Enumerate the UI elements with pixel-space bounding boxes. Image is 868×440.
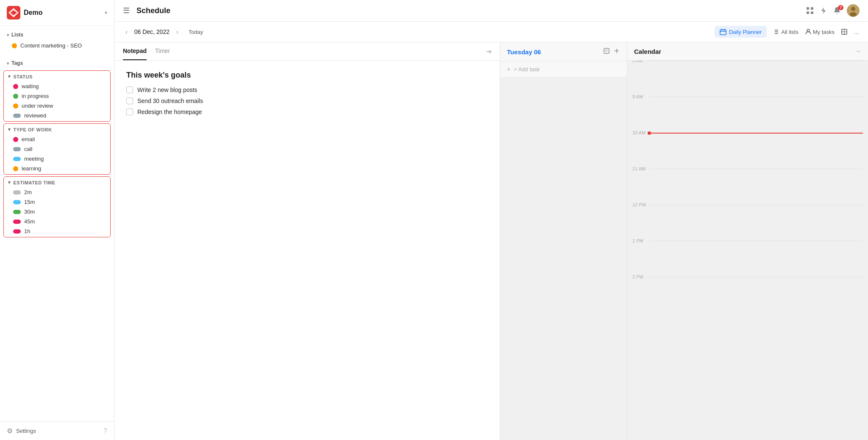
datebar-right: Daily Planner All lists My tasks	[715, 26, 860, 38]
app-name: Demo	[24, 9, 101, 17]
waiting-dot	[13, 84, 18, 89]
svg-marker-7	[821, 7, 826, 14]
all-lists-label: All lists	[781, 29, 798, 35]
45m-dot	[13, 220, 21, 224]
under-review-label: under review	[22, 103, 53, 109]
status-group-label: STATUS	[14, 74, 33, 79]
main-content: ☰ Schedule 7	[114, 0, 868, 440]
goal-item-3: Redesign the homepage	[126, 109, 488, 115]
prev-date-button[interactable]: ‹	[123, 28, 130, 36]
tuesday-title: Tuesday 06	[507, 48, 541, 56]
status-chevron: ▾	[8, 74, 11, 79]
grid-icon-button[interactable]	[806, 7, 814, 14]
sidebar-item-call[interactable]: call	[4, 144, 110, 154]
goal-checkbox-1[interactable]	[126, 86, 133, 93]
sidebar-item-1h[interactable]: 1h	[4, 226, 110, 236]
sidebar-bottom[interactable]: ⚙ Settings ?	[0, 421, 114, 440]
estimated-time-group-header[interactable]: ▾ ESTIMATED TIME	[4, 178, 110, 187]
all-lists-button[interactable]: All lists	[773, 29, 798, 35]
svg-point-9	[851, 7, 855, 11]
goal-checkbox-3[interactable]	[126, 109, 133, 115]
time-label-8am: 8 AM	[632, 61, 649, 63]
sidebar-item-in-progress[interactable]: in progress	[4, 91, 110, 101]
sidebar-item-meeting[interactable]: meeting	[4, 154, 110, 164]
45m-label: 45m	[24, 218, 35, 225]
person-icon	[805, 29, 811, 35]
tuesday-icons	[603, 47, 620, 56]
sidebar-item-waiting[interactable]: waiting	[4, 81, 110, 91]
tab-timer[interactable]: Timer	[155, 42, 170, 60]
my-tasks-button[interactable]: My tasks	[805, 29, 835, 35]
time-line-1pm	[649, 241, 863, 241]
type-of-work-group-header[interactable]: ▾ TYPE OF WORK	[4, 125, 110, 134]
tuesday-add-button[interactable]	[613, 47, 620, 56]
time-slot-8am: 8 AM	[627, 61, 868, 97]
list-dot	[12, 43, 17, 48]
svg-point-10	[850, 12, 857, 17]
30m-label: 30m	[24, 209, 35, 215]
sidebar-item-reviewed[interactable]: reviewed	[4, 111, 110, 120]
sidebar-header[interactable]: Demo ▾	[0, 0, 114, 26]
tags-header[interactable]: ▾ Tags	[0, 58, 114, 69]
in-progress-dot	[13, 94, 18, 99]
sidebar-item-learning[interactable]: learning	[4, 164, 110, 173]
sidebar-item-content-marketing[interactable]: Content marketing - SEO	[0, 40, 114, 51]
notepad-collapse-button[interactable]: ⇥	[486, 47, 491, 56]
goal-checkbox-2[interactable]	[126, 97, 133, 104]
hamburger-button[interactable]: ☰	[123, 6, 130, 15]
svg-rect-11	[720, 30, 726, 35]
today-button[interactable]: Today	[185, 28, 207, 36]
add-task-row[interactable]: + + Add task	[500, 61, 627, 77]
notification-bell-button[interactable]: 7	[833, 7, 841, 14]
status-group-box: ▾ STATUS waiting in progress under revie…	[3, 70, 111, 122]
app-menu-chevron[interactable]: ▾	[105, 10, 107, 16]
type-of-work-group-label: TYPE OF WORK	[14, 127, 52, 132]
lists-header[interactable]: ▾ Lists	[0, 29, 114, 40]
sidebar-item-15m[interactable]: 15m	[4, 197, 110, 207]
sidebar: Demo ▾ ▾ Lists Content marketing - SEO ▾…	[0, 0, 114, 440]
time-line-9am	[649, 97, 863, 97]
time-slot-10am: 10 AM	[627, 133, 868, 169]
lightning-icon-button[interactable]	[820, 7, 827, 14]
sidebar-item-45m[interactable]: 45m	[4, 217, 110, 226]
notepad-content: This week's goals Write 2 new blog posts…	[114, 61, 500, 440]
table-view-button[interactable]	[841, 29, 847, 35]
more-options-button[interactable]: …	[854, 29, 860, 35]
svg-rect-4	[811, 7, 813, 10]
tags-section: ▾ Tags ▾ STATUS waiting in progress unde…	[0, 54, 114, 242]
calendar-icon	[720, 28, 726, 35]
sidebar-item-email[interactable]: email	[4, 134, 110, 144]
help-circle-icon[interactable]: ?	[103, 427, 107, 435]
tab-notepad[interactable]: Notepad	[123, 42, 147, 60]
notepad-panel: Notepad Timer ⇥ This week's goals Write …	[114, 42, 500, 440]
estimated-time-group-box: ▾ ESTIMATED TIME 2m 15m 30m 45m 1h	[3, 176, 111, 237]
time-line-8am	[649, 61, 863, 61]
daily-planner-button[interactable]: Daily Planner	[715, 26, 767, 38]
in-progress-label: in progress	[22, 93, 49, 99]
type-of-work-group-box: ▾ TYPE OF WORK email call meeting learni…	[3, 123, 111, 175]
call-label: call	[24, 146, 33, 152]
sidebar-item-2m[interactable]: 2m	[4, 187, 110, 197]
notepad-tabs: Notepad Timer ⇥	[114, 42, 500, 61]
under-review-dot	[13, 103, 18, 109]
tuesday-notes-button[interactable]	[603, 47, 610, 56]
content-area: Notepad Timer ⇥ This week's goals Write …	[114, 42, 868, 440]
avatar[interactable]	[847, 4, 860, 17]
learning-label: learning	[22, 165, 41, 172]
lists-section: ▾ Lists Content marketing - SEO	[0, 26, 114, 54]
waiting-label: waiting	[22, 83, 39, 89]
15m-dot	[13, 200, 21, 204]
time-label-10am: 10 AM	[632, 130, 649, 135]
calendar-expand-button[interactable]: →	[854, 47, 861, 55]
goal-text-1: Write 2 new blog posts	[137, 86, 197, 93]
next-date-button[interactable]: ›	[174, 28, 181, 36]
sidebar-item-30m[interactable]: 30m	[4, 207, 110, 217]
sidebar-item-under-review[interactable]: under review	[4, 101, 110, 111]
2m-label: 2m	[24, 189, 32, 195]
call-dot	[13, 147, 21, 151]
status-group-header[interactable]: ▾ STATUS	[4, 72, 110, 81]
plus-icon	[613, 47, 620, 54]
lists-label: Lists	[11, 32, 23, 38]
tuesday-panel: Tuesday 06	[500, 42, 627, 440]
learning-dot	[13, 166, 18, 171]
